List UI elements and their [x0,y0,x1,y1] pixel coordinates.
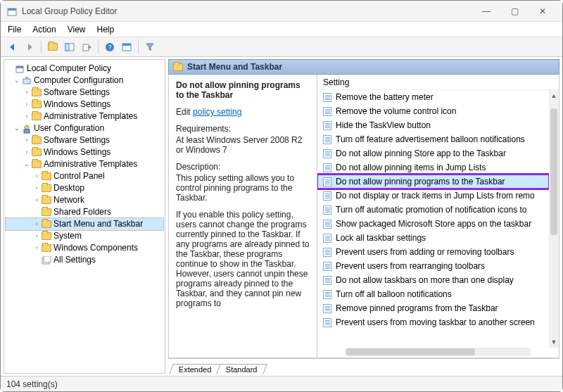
tree-uc-windows[interactable]: ›Windows Settings [6,146,163,158]
export-button[interactable] [79,39,94,55]
properties-button[interactable] [119,39,134,55]
close-button[interactable]: ✕ [529,3,557,20]
setting-row[interactable]: Turn off all balloon notifications [317,287,549,301]
show-hide-tree-button[interactable] [62,39,77,55]
tree-cc-windows[interactable]: ›Windows Settings [6,99,163,110]
menu-help[interactable]: Help [97,25,115,34]
up-button[interactable] [45,39,61,55]
scroll-up-button[interactable]: ▲ [549,90,559,101]
tree-uc-software[interactable]: ›Software Settings [6,134,163,146]
content-area: Local Computer Policy ⌄Computer Configur… [1,57,562,376]
setting-row[interactable]: Prevent users from adding or removing to… [317,245,549,259]
tree-cc-admin[interactable]: ›Administrative Templates [6,110,163,122]
setting-label: Turn off all balloon notifications [336,289,452,299]
policy-item-icon [322,106,333,116]
vertical-scrollbar[interactable]: ▲ ▼ [549,90,559,348]
tree-pane[interactable]: Local Computer Policy ⌄Computer Configur… [4,59,165,374]
svg-rect-8 [122,44,131,46]
policy-setting-link[interactable]: policy setting [193,107,241,117]
description-text-2: If you enable this policy setting, users… [176,210,310,308]
menu-file[interactable]: File [8,25,21,34]
setting-row[interactable]: Remove the volume control icon [317,104,549,118]
tree-root[interactable]: Local Computer Policy [6,63,163,75]
titlebar[interactable]: Local Group Policy Editor — ▢ ✕ [1,1,562,22]
setting-row[interactable]: Do not allow pinning Store app to the Ta… [317,146,549,160]
setting-row[interactable]: Hide the TaskView button [317,118,549,132]
policy-item-icon [322,134,333,144]
tree-at-desktop[interactable]: ›Desktop [6,182,163,194]
setting-label: Do not allow pinning Store app to the Ta… [336,148,506,158]
help-button[interactable]: ? [102,39,118,55]
setting-label: Lock all taskbar settings [336,233,426,243]
menu-view[interactable]: View [68,25,86,34]
setting-row[interactable]: Turn off automatic promotion of notifica… [317,203,549,217]
setting-row[interactable]: Prevent users from moving taskbar to ano… [317,315,549,329]
setting-row[interactable]: Remove pinned programs from the Taskbar [317,301,549,315]
setting-row[interactable]: Show packaged Microsoft Store apps on th… [317,217,549,231]
policy-tree[interactable]: Local Computer Policy ⌄Computer Configur… [4,60,165,269]
settings-scroll-area[interactable]: Remove the battery meterRemove the volum… [317,90,559,348]
tree-at-all-settings[interactable]: All Settings [6,254,163,266]
hscroll-thumb[interactable] [346,348,475,355]
tree-at-system[interactable]: ›System [6,230,163,242]
tree-item-label: Windows Settings [44,146,110,158]
setting-label: Prevent users from moving taskbar to ano… [336,317,535,327]
setting-row[interactable]: Turn off feature advertisement balloon n… [317,132,549,146]
policy-item-icon [322,289,333,299]
maximize-button[interactable]: ▢ [500,3,529,20]
tree-uc-admin[interactable]: ⌄Administrative Templates [6,158,163,170]
horizontal-scrollbar[interactable] [346,348,531,356]
tree-uc[interactable]: ⌄User Configuration [6,122,163,134]
filter-button[interactable] [142,39,158,55]
description-text: This policy setting allows you to contro… [176,173,310,203]
tree-at-windows-components[interactable]: ›Windows Components [6,242,163,254]
setting-label: Remove the volume control icon [336,106,456,116]
setting-row[interactable]: Do not allow taskbars on more than one d… [317,273,549,287]
right-pane: Start Menu and Taskbar Do not allow pinn… [168,59,559,374]
menu-action[interactable]: Action [32,25,56,34]
policy-item-icon [322,163,333,172]
back-button[interactable] [5,39,20,55]
tree-item-label: Start Menu and Taskbar [53,218,143,230]
edit-link-row: Edit policy setting [176,107,310,117]
setting-row[interactable]: Lock all taskbar settings [317,231,549,245]
setting-row[interactable]: Do not allow pinning programs to the Tas… [317,175,549,189]
tree-at-shared-folders[interactable]: Shared Folders [6,206,163,218]
setting-label: Prevent users from adding or removing to… [336,247,514,257]
setting-label: Hide the TaskView button [336,120,431,130]
tab-extended[interactable]: Extended [169,364,221,374]
svg-rect-14 [24,129,30,133]
tree-item-label: Desktop [53,182,84,194]
minimize-button[interactable]: — [472,3,500,20]
scroll-thumb[interactable] [550,108,557,235]
settings-column-header[interactable]: Setting [317,75,559,90]
setting-label: Turn off feature advertisement balloon n… [336,134,525,144]
scroll-down-button[interactable]: ▼ [549,336,559,348]
forward-button[interactable] [22,39,37,55]
tree-at-network[interactable]: ›Network [6,194,163,206]
tree-cc[interactable]: ⌄Computer Configuration [6,75,163,87]
policy-item-icon [322,148,333,158]
setting-row[interactable]: Remove the battery meter [317,90,549,104]
window-title: Local Group Policy Editor [22,6,472,16]
tree-at-start-menu-taskbar[interactable]: ›Start Menu and Taskbar [6,218,163,230]
setting-label: Remove pinned programs from the Taskbar [336,303,498,313]
tree-uc-label: User Configuration [34,122,104,134]
tab-standard[interactable]: Standard [217,364,267,374]
setting-row[interactable]: Prevent users from rearranging toolbars [317,259,549,273]
tree-at-control-panel[interactable]: ›Control Panel [6,170,163,182]
policy-item-icon [322,247,333,257]
policy-item-icon [322,92,333,102]
tree-cc-software[interactable]: ›Software Settings [6,87,163,99]
tree-cc-label: Computer Configuration [34,75,123,87]
tree-item-label: System [53,230,82,242]
path-header: Start Menu and Taskbar [168,59,559,75]
setting-row[interactable]: Do not allow pinning items in Jump Lists [317,160,549,175]
status-text: 104 setting(s) [6,379,58,389]
svg-rect-10 [16,66,23,68]
policy-item-icon [322,303,333,313]
svg-rect-1 [8,8,16,11]
setting-row[interactable]: Do not display or track items in Jump Li… [317,189,549,203]
menubar: File Action View Help [1,22,562,37]
tree-item-label: All Settings [53,254,96,266]
